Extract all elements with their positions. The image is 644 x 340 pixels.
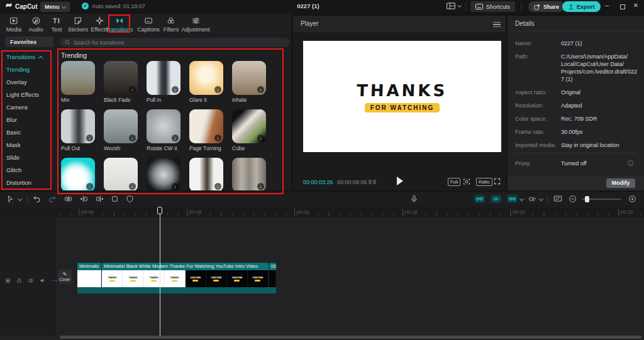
sidebar-item-transitions[interactable]: Transitions	[6, 51, 55, 63]
close-button[interactable]: ✕	[631, 2, 640, 9]
playhead-handle[interactable]	[157, 207, 162, 214]
chevron-down-icon[interactable]	[539, 197, 543, 201]
frame-preview-icon[interactable]	[369, 180, 376, 184]
sidebar-item-blur[interactable]: Blur	[6, 114, 55, 126]
transition-item[interactable]: ↓Glare II	[189, 61, 223, 103]
select-tool-button[interactable]	[6, 195, 14, 203]
transition-item[interactable]: ↓	[147, 158, 180, 190]
transition-item[interactable]: ↓Pull Out	[61, 109, 95, 151]
preview-axis-button[interactable]	[507, 195, 518, 203]
more-icon[interactable]: ⋯	[52, 277, 58, 283]
mask-button[interactable]	[126, 195, 134, 203]
delete-right-button[interactable]	[96, 195, 104, 203]
sidebar-item-trending[interactable]: Trending	[6, 63, 55, 76]
maximize-button[interactable]	[620, 4, 625, 9]
transition-item[interactable]: ↓Page Turning	[189, 109, 223, 151]
delete-left-button[interactable]	[80, 195, 88, 203]
full-button[interactable]: Full	[448, 178, 460, 186]
layout-switcher[interactable]	[447, 3, 461, 9]
clip-audio-strip[interactable]	[77, 287, 276, 293]
transition-thumbnail[interactable]: ↓	[232, 109, 266, 143]
redo-button[interactable]	[48, 195, 57, 203]
eye-icon[interactable]	[28, 278, 34, 283]
mute-icon[interactable]	[40, 278, 46, 283]
menu-button[interactable]: Menu	[40, 2, 70, 12]
timeline-ruler[interactable]: 00:0000:0500:1000:1500:2000:25	[0, 207, 644, 217]
sidebar-item-basic[interactable]: Basic	[6, 126, 55, 139]
sidebar-item-mask[interactable]: Mask	[6, 139, 55, 151]
sidebar-item-distortion[interactable]: Distortion	[6, 177, 55, 189]
transition-thumbnail[interactable]	[61, 61, 95, 95]
share-button[interactable]: Share	[528, 1, 565, 12]
transition-thumbnail[interactable]: ↓	[104, 61, 138, 95]
timeline-clip-3[interactable]: 00	[269, 263, 276, 287]
transition-item[interactable]: ↓Rotate CW II	[147, 109, 180, 151]
transition-thumbnail[interactable]: ↓	[147, 61, 180, 95]
transition-item[interactable]: ↓	[189, 158, 223, 190]
ratio-button[interactable]: Ratio	[476, 178, 492, 186]
info-icon[interactable]: i	[628, 160, 633, 166]
transition-item[interactable]: ↓Woosh	[104, 109, 138, 151]
favorites-button[interactable]: Favorites	[5, 36, 53, 47]
timeline-zoom-slider[interactable]	[582, 199, 621, 200]
transition-item[interactable]: ↓Pull in	[147, 61, 180, 103]
transition-item[interactable]: ↓Inhale	[232, 61, 266, 103]
player-menu-icon[interactable]	[493, 22, 501, 27]
transition-item[interactable]: ↓	[61, 158, 95, 190]
tab-audio[interactable]: Audio	[28, 16, 43, 33]
timeline-view-button[interactable]	[553, 195, 562, 202]
sidebar-item-camera[interactable]: Camera	[6, 101, 55, 114]
tab-stickers[interactable]: Stickers	[68, 16, 88, 33]
modify-button[interactable]: Modify	[606, 178, 635, 188]
shortcuts-button[interactable]: Shortcuts	[470, 1, 515, 12]
tab-adjustment[interactable]: Adjustment	[181, 16, 209, 33]
minimize-button[interactable]: –	[602, 2, 611, 9]
split-button[interactable]	[64, 195, 72, 203]
delete-button[interactable]	[111, 195, 119, 203]
tab-transitions[interactable]: Transitions	[106, 16, 133, 33]
transition-thumbnail[interactable]: ↓	[189, 61, 223, 95]
transition-thumbnail[interactable]: ↓	[232, 158, 266, 190]
transition-item[interactable]: ↓Black Fade	[104, 61, 138, 103]
preview-zoom-icon[interactable]	[463, 178, 470, 185]
transition-thumbnail[interactable]: ↓	[61, 158, 95, 190]
lock-icon[interactable]	[16, 278, 22, 283]
transition-thumbnail[interactable]: ↓	[104, 158, 138, 190]
preview-canvas[interactable]: THANKS FOR WATCHING	[303, 41, 501, 152]
tab-media[interactable]: Media	[6, 16, 22, 33]
transition-thumbnail[interactable]: ↓	[147, 158, 180, 190]
transition-thumbnail[interactable]: ↓	[104, 109, 138, 143]
fullscreen-icon[interactable]	[494, 178, 501, 185]
chevron-down-icon[interactable]	[519, 197, 524, 201]
horizontal-scrollbar[interactable]	[60, 336, 641, 339]
auto-snap-button[interactable]	[491, 195, 501, 203]
sidebar-item-slide[interactable]: Slide	[6, 151, 55, 164]
timeline-clip-1[interactable]: Minimalis	[77, 263, 101, 287]
transition-thumbnail[interactable]: ↓	[61, 109, 95, 143]
transition-thumbnail[interactable]: ↓	[189, 109, 223, 143]
zoom-out-button[interactable]	[569, 195, 577, 203]
chevron-down-icon[interactable]	[18, 197, 22, 201]
track-select-icon[interactable]	[5, 278, 11, 283]
sidebar-item-light-effects[interactable]: Light Effects	[6, 89, 55, 101]
transition-item[interactable]: Mix	[61, 61, 95, 103]
transition-thumbnail[interactable]: ↓	[147, 109, 180, 143]
record-voiceover-button[interactable]	[410, 195, 418, 203]
tab-filters[interactable]: Filters	[164, 16, 179, 33]
transition-item[interactable]: ↓	[104, 158, 138, 190]
transition-item[interactable]: ↓Cube	[232, 109, 266, 151]
transition-thumbnail[interactable]: ↓	[232, 61, 266, 95]
zoom-in-button[interactable]	[628, 195, 636, 203]
sidebar-item-overlay[interactable]: Overlay	[6, 76, 55, 89]
track-options-button[interactable]	[528, 195, 536, 203]
slider-handle[interactable]	[585, 196, 589, 202]
search-input[interactable]: Search for transitions	[60, 38, 290, 47]
tab-captions[interactable]: Captions	[137, 16, 160, 33]
tab-text[interactable]: TI Text	[52, 16, 62, 33]
transition-thumbnail[interactable]: ↓	[189, 158, 223, 190]
cover-button[interactable]: ✎ Cover	[58, 270, 72, 283]
transition-item[interactable]: ↓	[232, 158, 266, 190]
timeline-clip-2[interactable]: Minimalist Black White Modern Thanks For…	[102, 263, 269, 287]
enable-linking-button[interactable]	[474, 195, 485, 203]
play-button[interactable]	[397, 177, 403, 185]
